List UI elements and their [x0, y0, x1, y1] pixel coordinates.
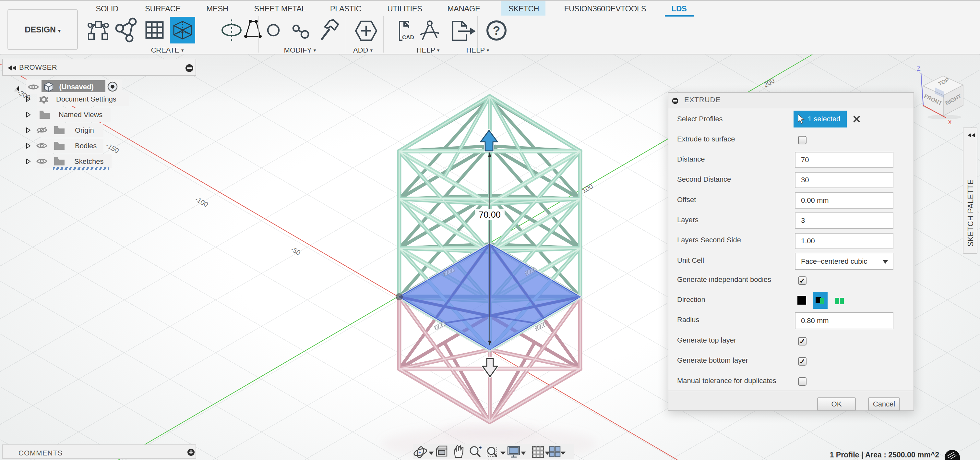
- svg-text:100: 100: [581, 182, 594, 195]
- svg-text:-100: -100: [194, 195, 210, 209]
- svg-text:70.00: 70.00: [479, 210, 501, 220]
- svg-text:200: 200: [762, 76, 776, 89]
- svg-text:Z: Z: [917, 65, 921, 72]
- svg-text:-50: -50: [290, 245, 302, 256]
- svg-text:CAD: CAD: [402, 34, 414, 41]
- svg-text:X: X: [948, 119, 952, 126]
- svg-text:?: ?: [493, 24, 500, 37]
- svg-text:-150: -150: [105, 142, 120, 155]
